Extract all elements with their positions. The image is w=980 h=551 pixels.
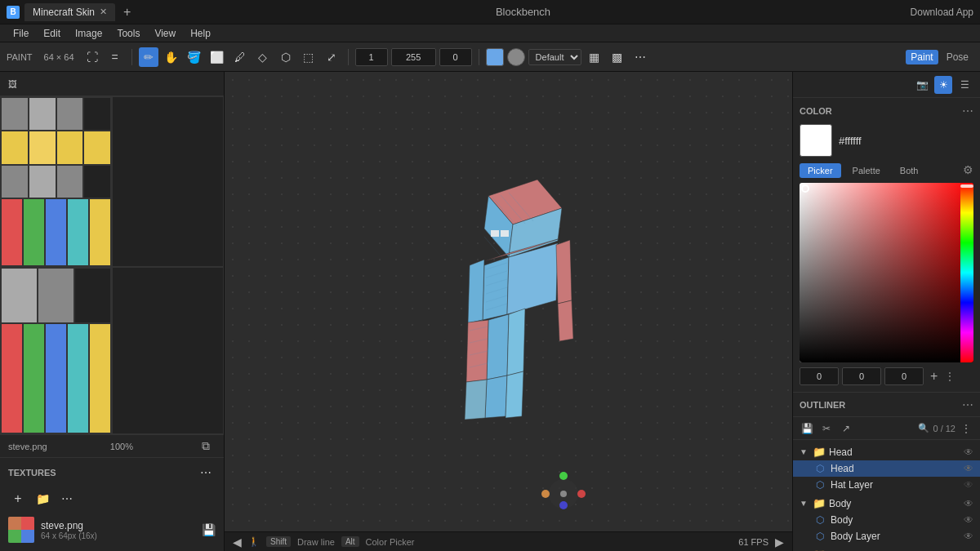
secondary-color-swatch[interactable] [507,48,525,66]
menu-btn[interactable]: ☰ [956,76,973,94]
eye-icon-body-item[interactable]: 👁 [964,514,973,526]
select-tool[interactable]: ⬚ [299,47,318,67]
color-swatch-main[interactable] [800,124,832,157]
link-btn[interactable]: ↗ [837,420,855,438]
next-arrow[interactable]: ▶ [775,535,784,549]
equals-tool[interactable]: = [105,47,125,67]
expand-tool[interactable]: ⛶ [82,47,102,67]
eye-icon-head-item[interactable]: 👁 [964,463,973,474]
fill-tool[interactable]: 🪣 [185,47,204,67]
red-input[interactable]: 0 [800,367,839,385]
grid-btn1[interactable]: ▦ [585,47,604,67]
shape-tool[interactable]: ◇ [253,47,273,67]
menu-file[interactable]: File [7,26,35,41]
eye-icon-hat[interactable]: 👁 [964,479,973,491]
tree-item-body[interactable]: ⬡ Body 👁 [793,512,980,528]
more-btn[interactable]: ⋯ [630,47,650,67]
add-tab-button[interactable]: + [118,5,136,20]
canvas-q2[interactable] [112,96,224,267]
hue-bar[interactable] [960,183,973,362]
add-group-btn[interactable]: 💾 [798,420,816,438]
primary-color-swatch[interactable] [486,48,504,66]
statusbar: ◀ 🚶 Shift Draw line Alt Color Picker 61 … [225,531,792,551]
cube-icon-hat: ⬡ [816,479,827,491]
menu-help[interactable]: Help [184,26,217,41]
tab-paint[interactable]: Paint [906,50,938,64]
viewport[interactable]: ◀ 🚶 Shift Draw line Alt Color Picker 61 … [225,72,792,551]
tree-group-head-header[interactable]: ▼ 📁 Head 👁 [793,443,980,460]
menu-edit[interactable]: Edit [37,26,67,41]
main-area: 🖼 [0,72,980,551]
load-texture-btn[interactable]: 📁 [33,489,52,509]
color-hex-value[interactable]: #ffffff [839,135,862,147]
canvas-q4[interactable] [112,267,224,434]
tab-pose[interactable]: Pose [942,50,973,64]
active-tab[interactable]: Minecraft Skin ✕ [24,3,115,21]
save-texture-btn[interactable]: 💾 [202,523,216,536]
eraser-tool[interactable]: ⬜ [207,47,227,67]
more-outliner-btn[interactable]: ⋮ [957,420,975,438]
canvas-q3[interactable] [0,267,112,434]
color-picker-gradient[interactable] [800,183,973,362]
cube-icon-head: ⬡ [816,463,827,474]
screenshot-btn[interactable]: 📷 [913,76,931,94]
add-texture-btn[interactable]: + [8,489,28,509]
paint-canvas[interactable] [0,96,224,434]
item-hat-label: Hat Layer [831,479,960,491]
color-options-btn[interactable]: ⋯ [962,104,973,118]
texture-action-btn[interactable]: ⋯ [196,463,216,482]
svg-point-39 [560,491,567,497]
eye-icon-head[interactable]: 👁 [964,447,973,458]
color-tab-both[interactable]: Both [892,163,927,178]
green-input[interactable]: 0 [842,367,881,385]
color-tab-picker[interactable]: Picker [800,163,841,178]
textures-label: TEXTURES [8,468,56,478]
close-tab-button[interactable]: ✕ [100,7,107,17]
tree-item-hat[interactable]: ⬡ Hat Layer 👁 [793,477,980,493]
folder-icon-body: 📁 [813,497,826,509]
rgb-inputs: 0 0 0 + ⋮ [800,367,973,385]
svg-point-36 [577,490,586,498]
brush-tool[interactable]: ✏ [139,47,158,67]
download-button[interactable]: Download App [911,7,973,18]
menu-image[interactable]: Image [69,26,109,41]
default-dropdown[interactable]: Default [528,49,581,65]
svg-marker-24 [487,314,509,380]
add-color-btn[interactable]: + [930,369,938,384]
move-up-btn[interactable]: ✂ [817,420,835,438]
tree-group-body-header[interactable]: ▼ 📁 Body 👁 [793,495,980,512]
fps-counter: 61 FPS [738,537,768,547]
blue-input[interactable]: 0 [884,367,924,385]
tree-group-rightarm-header[interactable]: ▼ 📁 RightArm 👁 [793,546,980,551]
opacity-input[interactable]: 255 [391,48,436,66]
pen-tool[interactable]: 🖊 [230,47,250,67]
texture-details: steve.png 64 x 64px (16x) [41,520,195,540]
color-tab-palette[interactable]: Palette [844,163,889,178]
menu-tools[interactable]: Tools [110,26,146,41]
svg-marker-20 [468,260,484,323]
prev-arrow[interactable]: ◀ [233,535,242,549]
copy-texture-button[interactable]: ⧉ [196,437,216,456]
canvas-q1[interactable] [0,96,112,267]
extra-btn[interactable]: ⋯ [57,489,77,509]
alt-action: Color Picker [366,537,415,547]
eye-icon-body[interactable]: 👁 [964,498,973,509]
menu-view[interactable]: View [148,26,182,41]
app-icon: B [7,6,20,19]
param-input[interactable]: 0 [439,48,472,66]
outliner-options-btn[interactable]: ⋯ [962,398,973,411]
brush-size-input[interactable]: 1 [355,48,388,66]
move-tool[interactable]: ⤢ [322,47,341,67]
sun-btn[interactable]: ☀ [934,76,952,94]
rgb-options-btn[interactable]: ⋮ [944,370,956,383]
search-icon[interactable]: 🔍 [918,423,929,433]
hand-tool[interactable]: ✋ [162,47,181,67]
stamp-tool[interactable]: ⬡ [276,47,296,67]
eye-icon-body-layer[interactable]: 👁 [964,531,973,542]
texture-item[interactable]: steve.png 64 x 64px (16x) 💾 [0,513,224,546]
color-settings-btn[interactable]: ⚙ [963,163,973,178]
tree-item-head[interactable]: ⬡ Head 👁 [793,460,980,477]
gradient-main [800,183,973,362]
grid-btn2[interactable]: ▩ [608,47,627,67]
tree-item-body-layer[interactable]: ⬡ Body Layer 👁 [793,528,980,544]
